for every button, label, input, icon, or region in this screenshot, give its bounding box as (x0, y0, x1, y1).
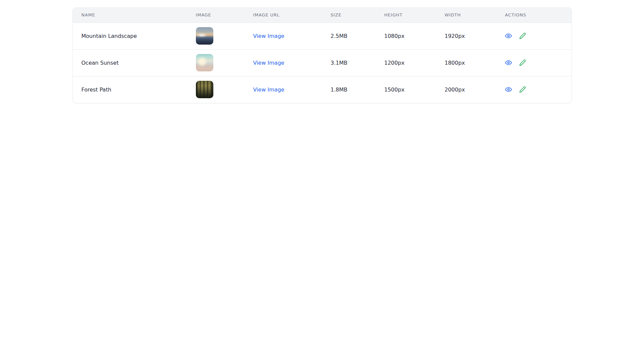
view-image-link[interactable]: View Image (253, 86, 284, 93)
size-cell: 3.1MB (322, 49, 376, 76)
pencil-icon (519, 33, 526, 39)
actions-cell (496, 22, 572, 49)
name-cell: Mountain Landscape (73, 22, 187, 49)
image-table-card: NAME IMAGE IMAGE URL SIZE HEIGHT WIDTH A… (72, 7, 572, 103)
pencil-icon (519, 86, 526, 93)
actions-cell (496, 76, 572, 103)
image-cell (187, 49, 245, 76)
edit-action-button[interactable] (519, 59, 526, 66)
view-image-link[interactable]: View Image (253, 60, 284, 66)
edit-action-button[interactable] (519, 86, 526, 93)
table-row: Mountain Landscape View Image 2.5MB 1080… (73, 22, 572, 49)
view-action-button[interactable] (505, 33, 512, 39)
width-cell: 2000px (436, 76, 496, 103)
image-url-cell: View Image (245, 22, 322, 49)
view-image-link[interactable]: View Image (253, 33, 284, 39)
column-header-height: HEIGHT (376, 8, 436, 22)
column-header-image-url: IMAGE URL (245, 8, 322, 22)
image-url-cell: View Image (245, 49, 322, 76)
height-cell: 1500px (376, 76, 436, 103)
eye-icon (505, 59, 512, 66)
table-row: Forest Path View Image 1.8MB 1500px 2000… (73, 76, 572, 103)
table-body: Mountain Landscape View Image 2.5MB 1080… (73, 22, 572, 103)
actions-group (505, 86, 570, 93)
eye-icon (505, 33, 512, 39)
column-header-size: SIZE (322, 8, 376, 22)
column-header-width: WIDTH (436, 8, 496, 22)
size-cell: 1.8MB (322, 76, 376, 103)
actions-group (505, 59, 570, 66)
image-url-cell: View Image (245, 76, 322, 103)
actions-group (505, 33, 570, 39)
width-cell: 1800px (436, 49, 496, 76)
name-cell: Forest Path (73, 76, 187, 103)
actions-cell (496, 49, 572, 76)
column-header-name: NAME (73, 8, 187, 22)
height-cell: 1080px (376, 22, 436, 49)
height-cell: 1200px (376, 49, 436, 76)
image-table: NAME IMAGE IMAGE URL SIZE HEIGHT WIDTH A… (73, 8, 572, 103)
eye-icon (505, 86, 512, 93)
view-action-button[interactable] (505, 59, 512, 66)
view-action-button[interactable] (505, 86, 512, 93)
column-header-actions: ACTIONS (496, 8, 572, 22)
header-row: NAME IMAGE IMAGE URL SIZE HEIGHT WIDTH A… (73, 8, 572, 22)
image-cell (187, 22, 245, 49)
edit-action-button[interactable] (519, 33, 526, 39)
image-cell (187, 76, 245, 103)
table-header: NAME IMAGE IMAGE URL SIZE HEIGHT WIDTH A… (73, 8, 572, 22)
size-cell: 2.5MB (322, 22, 376, 49)
table-row: Ocean Sunset View Image 3.1MB 1200px 180… (73, 49, 572, 76)
width-cell: 1920px (436, 22, 496, 49)
pencil-icon (519, 59, 526, 66)
mountain-landscape-thumbnail (196, 27, 213, 45)
name-cell: Ocean Sunset (73, 49, 187, 76)
forest-path-thumbnail (196, 81, 213, 98)
ocean-sunset-thumbnail (196, 54, 213, 71)
column-header-image: IMAGE (187, 8, 245, 22)
